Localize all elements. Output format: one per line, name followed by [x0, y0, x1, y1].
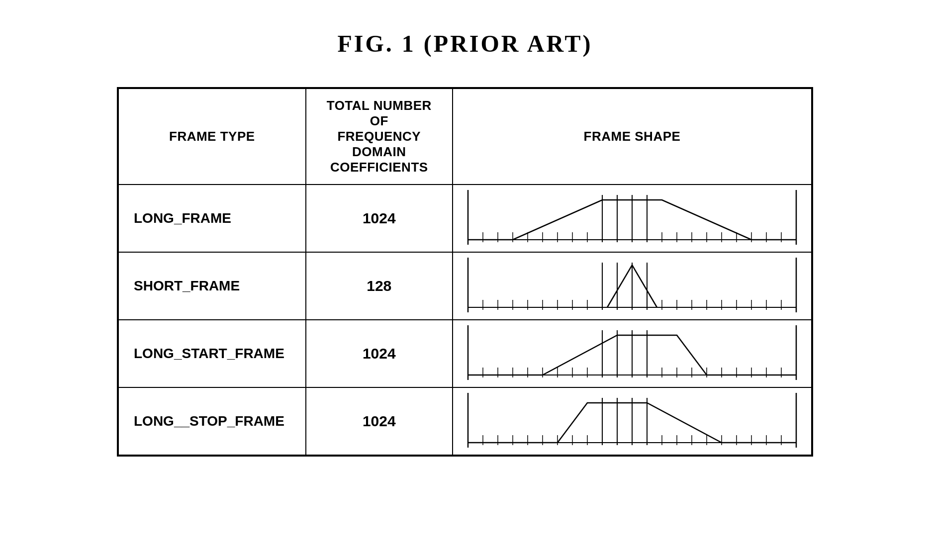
main-table-container: FRAME TYPE TOTAL NUMBER OF FREQUENCY DOM… [117, 87, 813, 457]
table-row: LONG__STOP_FRAME 1024 [118, 387, 812, 455]
shape-svg-long-start [453, 320, 811, 385]
shape-long [453, 185, 812, 252]
table-row: SHORT_FRAME 128 [118, 252, 812, 320]
table-row: LONG_FRAME 1024 [118, 185, 812, 252]
frame-type-long-stop: LONG__STOP_FRAME [118, 387, 306, 455]
shape-long-start [453, 320, 812, 387]
page-title: FIG. 1 (PRIOR ART) [338, 30, 593, 57]
coeff-long-stop: 1024 [306, 387, 453, 455]
header-frame-shape: FRAME SHAPE [453, 89, 812, 185]
frame-type-short: SHORT_FRAME [118, 252, 306, 320]
frame-table: FRAME TYPE TOTAL NUMBER OF FREQUENCY DOM… [118, 88, 812, 456]
shape-long-stop [453, 387, 812, 455]
shape-svg-short [453, 253, 811, 317]
shape-svg-long-stop [453, 388, 811, 453]
frame-type-long-start: LONG_START_FRAME [118, 320, 306, 387]
frame-type-long: LONG_FRAME [118, 185, 306, 252]
header-freq-coeff: TOTAL NUMBER OF FREQUENCY DOMAIN COEFFIC… [306, 89, 453, 185]
coeff-short: 128 [306, 252, 453, 320]
coeff-long: 1024 [306, 185, 453, 252]
header-freq-coeff-line2: FREQUENCY DOMAIN [337, 129, 421, 159]
shape-svg-long [453, 185, 811, 250]
header-freq-coeff-line1: TOTAL NUMBER OF [327, 98, 432, 128]
shape-short [453, 252, 812, 320]
header-freq-coeff-line3: COEFFICIENTS [330, 160, 428, 175]
header-frame-type: FRAME TYPE [118, 89, 306, 185]
coeff-long-start: 1024 [306, 320, 453, 387]
table-row: LONG_START_FRAME 1024 [118, 320, 812, 387]
